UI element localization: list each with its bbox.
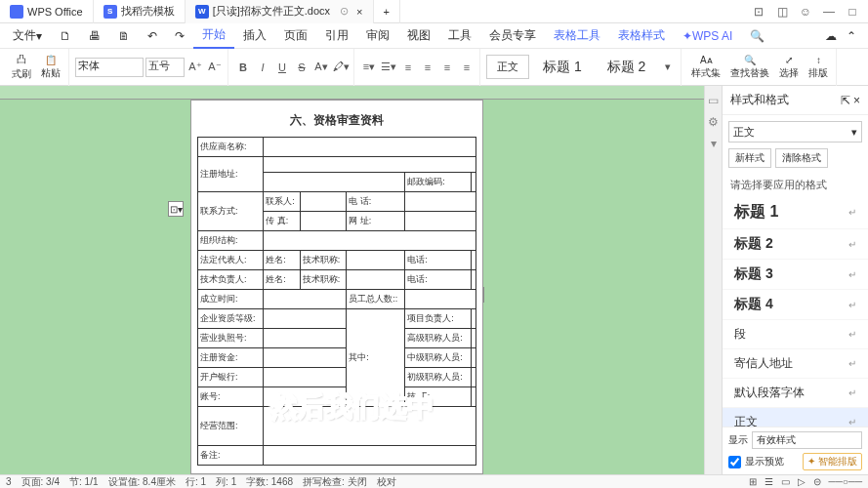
view-play-icon[interactable]: ▷ [798, 476, 806, 487]
win-user-icon[interactable]: ☺ [798, 4, 813, 20]
menu-table-tools[interactable]: 表格工具 [545, 23, 609, 49]
word-icon: W [195, 5, 209, 19]
wps-icon [10, 5, 23, 19]
view-read-icon[interactable]: ▭ [781, 476, 790, 487]
statusbar: 3 页面: 3/4 节: 1/1 设置值: 8.4厘米 行: 1 列: 1 字数… [0, 474, 868, 488]
status-zoom[interactable]: 3 [6, 476, 12, 487]
document-tab[interactable]: W[只读]招标文件正文.docx⊙× [186, 0, 374, 23]
style-more-icon[interactable]: ▾ [659, 58, 677, 77]
win-minimize[interactable]: — [821, 4, 837, 20]
status-proof[interactable]: 校对 [377, 475, 396, 489]
zoom-out-icon[interactable]: ⊝ [813, 476, 821, 487]
align-justify-icon[interactable]: ≡ [458, 58, 475, 77]
highlight-button[interactable]: 🖍▾ [332, 58, 350, 77]
preview-checkbox[interactable] [728, 456, 741, 468]
italic-button[interactable]: I [254, 58, 271, 77]
style-heading2[interactable]: 标题 2 [596, 55, 658, 80]
menu-quick-icon[interactable]: 🗋 [51, 23, 80, 49]
table-select-handle[interactable]: ⊡▾ [168, 201, 184, 217]
align-center-icon[interactable]: ≡ [419, 58, 436, 77]
status-spell[interactable]: 拼写检查: 关闭 [303, 475, 367, 489]
style-list[interactable]: 标题 1↵标题 2↵标题 3↵标题 4↵段↵寄信人地址↵默认段落字体↵正文↵正文… [723, 196, 868, 427]
font-family-select[interactable]: 宋体 [75, 58, 144, 77]
menubar: 文件▾ 🗋 🖶 🗎 ↶ ↷ 开始 插入 页面 引用 审阅 视图 工具 会员专享 … [0, 23, 868, 49]
align-left-icon[interactable]: ≡ [399, 58, 417, 77]
style-list-item[interactable]: 正文↵ [723, 408, 868, 427]
font-color-button[interactable]: A▾ [312, 58, 330, 77]
win-maximize[interactable]: □ [845, 4, 860, 20]
bold-button[interactable]: B [234, 58, 252, 77]
zoom-slider[interactable]: ──○── [829, 476, 862, 487]
view-outline-icon[interactable]: ☰ [765, 476, 773, 487]
style-list-item[interactable]: 标题 1↵ [723, 196, 868, 229]
clear-style-button[interactable]: 清除格式 [775, 148, 828, 168]
view-mode-icon[interactable]: ⊞ [749, 476, 757, 487]
menu-insert[interactable]: 插入 [234, 23, 275, 49]
template-icon: S [103, 5, 117, 19]
menu-view[interactable]: 视图 [398, 23, 439, 49]
horizontal-ruler[interactable] [0, 86, 704, 100]
panel-close-icon[interactable]: × [853, 94, 860, 107]
menu-reference[interactable]: 引用 [316, 23, 357, 49]
status-page[interactable]: 页面: 3/4 [21, 475, 60, 489]
smart-layout-button[interactable]: ✦ 智能排版 [803, 453, 862, 470]
titlebar: WPS Office S找稻壳模板 W[只读]招标文件正文.docx⊙× + ⊡… [0, 0, 868, 23]
style-list-item[interactable]: 段↵ [723, 320, 868, 349]
paste-button[interactable]: 📋粘贴 [37, 55, 64, 80]
font-size-select[interactable]: 五号 [145, 58, 185, 77]
select-button[interactable]: ⤢选择 [775, 55, 803, 80]
menu-page[interactable]: 页面 [275, 23, 316, 49]
style-list-item[interactable]: 寄信人地址↵ [723, 349, 868, 379]
menu-undo-icon[interactable]: ↶ [139, 23, 166, 49]
cloud-icon[interactable]: ☁ [825, 29, 837, 43]
menu-table-style[interactable]: 表格样式 [609, 23, 674, 49]
menu-preview-icon[interactable]: 🗎 [109, 23, 139, 49]
style-list-item[interactable]: 标题 4↵ [723, 290, 868, 320]
video-caption: 然后我们选中 [270, 388, 434, 426]
new-style-button[interactable]: 新样式 [728, 148, 771, 168]
underline-button[interactable]: U [273, 58, 291, 77]
menu-member[interactable]: 会员专享 [480, 23, 545, 49]
side-down-icon[interactable]: ▾ [711, 137, 717, 150]
menu-file[interactable]: 文件▾ [4, 23, 51, 49]
template-tab[interactable]: S找稻壳模板 [94, 0, 186, 23]
menu-search-icon[interactable]: 🔍 [741, 23, 773, 49]
status-section: 节: 1/1 [69, 475, 98, 489]
panel-pin-icon[interactable]: ⇱ [841, 94, 850, 107]
style-list-item[interactable]: 标题 2↵ [723, 229, 868, 260]
current-style-select[interactable]: 正文▾ [728, 121, 862, 142]
increase-size-icon[interactable]: A⁺ [186, 58, 204, 77]
strike-button[interactable]: S [293, 58, 310, 77]
menu-print-icon[interactable]: 🖶 [80, 23, 109, 49]
menu-tools[interactable]: 工具 [439, 23, 480, 49]
status-words[interactable]: 字数: 1468 [246, 475, 293, 489]
align-right-icon[interactable]: ≡ [438, 58, 456, 77]
status-column: 列: 1 [216, 475, 236, 489]
number-list-icon[interactable]: ☰▾ [380, 58, 397, 77]
style-list-item[interactable]: 标题 3↵ [723, 260, 868, 290]
style-body-text[interactable]: 正文 [486, 55, 529, 79]
collapse-icon[interactable]: ⌃ [847, 29, 856, 43]
style-list-item[interactable]: 默认段落字体↵ [723, 379, 868, 408]
new-tab-button[interactable]: + [374, 0, 400, 23]
menu-start[interactable]: 开始 [193, 23, 234, 49]
win-grid-icon[interactable]: ◫ [774, 4, 790, 20]
document-canvas[interactable]: ✥ ⊡▾ + 六、资格审查资料 供应商名称: 注册地址: 邮政编码: 联系方式:… [0, 86, 704, 474]
menu-wps-ai[interactable]: ✦ WPS AI [674, 23, 741, 49]
bullet-list-icon[interactable]: ≡▾ [360, 58, 378, 77]
decrease-size-icon[interactable]: A⁻ [206, 58, 224, 77]
app-tab[interactable]: WPS Office [0, 0, 94, 23]
status-line: 行: 1 [186, 475, 206, 489]
sort-button[interactable]: ↕排版 [805, 55, 832, 80]
panel-header: 样式和格式 ⇱ × [723, 86, 868, 115]
format-brush-button[interactable]: 凸式刷 [8, 53, 35, 81]
show-filter-select[interactable]: 有效样式 [752, 431, 862, 449]
style-heading1[interactable]: 标题 1 [531, 55, 594, 80]
side-settings-icon[interactable]: ⚙ [708, 115, 719, 129]
find-replace-button[interactable]: 🔍查找替换 [726, 55, 773, 80]
style-set-button[interactable]: Aᴀ样式集 [687, 55, 724, 80]
menu-redo-icon[interactable]: ↷ [166, 23, 193, 49]
menu-review[interactable]: 审阅 [357, 23, 398, 49]
side-nav-icon[interactable]: ▭ [708, 94, 719, 107]
win-app-icon[interactable]: ⊡ [751, 4, 766, 20]
